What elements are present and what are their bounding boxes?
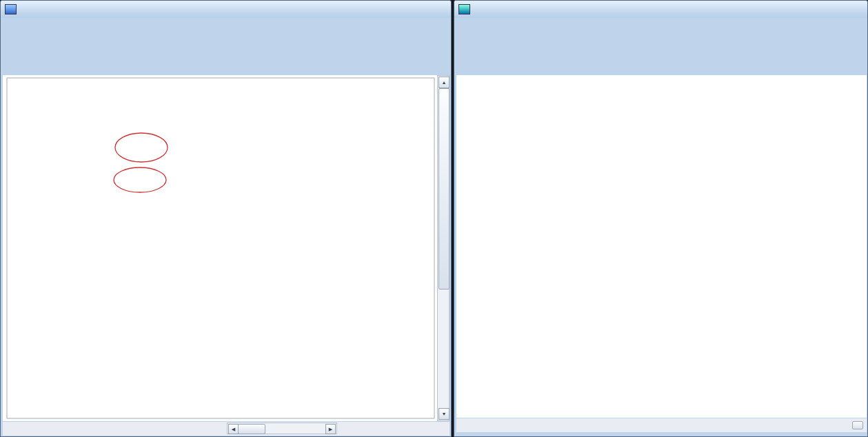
schematic-hscrollbar[interactable]: ◀ ▶ (227, 423, 337, 434)
plot-area (456, 75, 867, 418)
schematic-tab-row (3, 422, 450, 436)
hscroll-thumb[interactable] (238, 424, 265, 434)
transient-plot-canvas[interactable] (456, 75, 867, 418)
schematic-window: ▲ ▼ ◀ ▶ (0, 0, 452, 437)
corner-scroll-thumb[interactable] (852, 421, 863, 429)
scroll-left-icon[interactable]: ◀ (228, 424, 239, 434)
schematic-window-icon (5, 4, 17, 14)
schematic-vscrollbar[interactable]: ▲ ▼ (437, 75, 450, 421)
micro-cap-workspace: ▲ ▼ ◀ ▶ (0, 0, 868, 437)
scroll-up-icon[interactable]: ▲ (438, 77, 450, 88)
schematic-canvas[interactable] (3, 75, 437, 421)
scroll-right-icon[interactable]: ▶ (325, 424, 336, 434)
schematic-titlebar[interactable] (1, 1, 451, 18)
transient-titlebar[interactable] (454, 1, 867, 18)
transient-tab-row (456, 418, 867, 432)
vscroll-thumb[interactable] (438, 88, 450, 289)
schematic-sheet (7, 78, 434, 418)
scroll-down-icon[interactable]: ▼ (438, 408, 450, 420)
transient-window-icon (458, 4, 470, 14)
transient-analysis-window (454, 0, 868, 437)
schematic-canvas-area[interactable] (3, 75, 437, 421)
